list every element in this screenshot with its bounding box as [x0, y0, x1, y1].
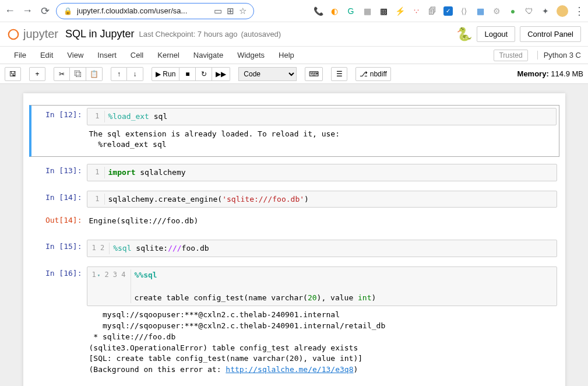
code-input[interactable]: 1 2 %sql sqlite:///foo.db	[87, 240, 557, 257]
jupyter-logo-icon	[7, 28, 20, 41]
ext-icon-7[interactable]: ⸪	[411, 6, 421, 16]
keyboard-icon: ⌨	[309, 70, 319, 78]
paste-button[interactable]: 📋	[86, 67, 103, 81]
memory-indicator: Memory: 114.9 MB	[517, 69, 583, 78]
cut-icon: ✂	[59, 70, 65, 78]
list-button[interactable]: ☰	[331, 67, 347, 81]
kernel-name[interactable]: Python 3 C	[537, 51, 581, 59]
autosaved-text: (autosaved)	[241, 30, 281, 38]
url-text: jupyter.f.cloudxlab.com/user/sa...	[77, 6, 209, 15]
save-icon: 🖫	[9, 70, 16, 78]
input-prompt: In [14]:	[31, 191, 87, 208]
extension-icons: 📞 ◐ G ▦ ▩ ⚡ ⸪ 🗐 ✓ ⟨⟩ ▦ ⚙ ● 🛡 ✦ ⋮	[313, 5, 585, 17]
menu-view[interactable]: View	[60, 48, 90, 62]
move-up-button[interactable]: ↑	[111, 67, 127, 81]
install-icon[interactable]: ⊞	[227, 6, 234, 16]
cell-13[interactable]: In [13]: 1 import sqlalchemy	[29, 162, 559, 184]
cut-button[interactable]: ✂	[54, 67, 70, 81]
copy-button[interactable]: ⿻	[70, 67, 86, 81]
ext-icon-4[interactable]: ▦	[362, 6, 372, 16]
ext-icon-14[interactable]: 🛡	[524, 6, 534, 16]
arrow-down-icon: ↓	[133, 70, 137, 78]
address-bar[interactable]: 🔒 jupyter.f.cloudxlab.com/user/sa... ▭ ⊞…	[56, 3, 254, 19]
menu-help[interactable]: Help	[272, 48, 301, 62]
cell-16[interactable]: In [16]: 1▾ 2 3 4 %%sql create table con…	[29, 264, 559, 382]
code-input[interactable]: 1 sqlalchemy.create_engine('sqlite:///fo…	[87, 191, 557, 208]
code-input[interactable]: 1▾ 2 3 4 %%sql create table config_test(…	[87, 266, 557, 307]
cell-12[interactable]: In [12]: 1 %load_ext sql The sql extensi…	[29, 105, 559, 157]
menu-file[interactable]: File	[7, 48, 33, 62]
ext-icon-12[interactable]: ⚙	[491, 6, 502, 16]
notebook-title[interactable]: SQL in Jupyter	[65, 28, 134, 40]
notebook: In [12]: 1 %load_ext sql The sql extensi…	[23, 93, 565, 386]
restart-run-all-button[interactable]: ▶▶	[212, 67, 230, 81]
stop-icon: ■	[185, 70, 189, 78]
ext-icon-5[interactable]: ▩	[378, 6, 389, 16]
ext-icon-13[interactable]: ●	[508, 6, 518, 16]
list-icon: ☰	[336, 70, 343, 78]
output-prompt: Out[14]:	[31, 213, 87, 230]
jupyter-logo[interactable]: jupyter	[7, 27, 58, 41]
code-input[interactable]: 1 import sqlalchemy	[87, 164, 557, 181]
menu-edit[interactable]: Edit	[33, 48, 60, 62]
svg-point-0	[9, 29, 19, 39]
menu-insert[interactable]: Insert	[90, 48, 124, 62]
trusted-indicator[interactable]: Trusted	[494, 50, 527, 61]
extensions-puzzle-icon[interactable]: ✦	[540, 6, 551, 16]
line-gutter: 1	[87, 167, 105, 178]
lock-icon: 🔒	[64, 7, 72, 15]
control-panel-button[interactable]: Control Panel	[520, 26, 581, 42]
restart-icon: ↻	[201, 70, 207, 78]
star-icon[interactable]: ☆	[239, 6, 247, 16]
ext-icon-10[interactable]: ⟨⟩	[459, 6, 469, 16]
restart-button[interactable]: ↻	[196, 67, 212, 81]
ext-icon-8[interactable]: 🗐	[427, 6, 438, 16]
ext-icon-2[interactable]: ◐	[329, 6, 340, 16]
move-down-button[interactable]: ↓	[127, 67, 143, 81]
cell-output: mysql://sqoopuser:***@cxln2.c.thelab-240…	[87, 306, 557, 379]
ext-icon-11[interactable]: ▦	[475, 6, 485, 16]
error-link[interactable]: http://sqlalche.me/e/13/e3q8	[226, 365, 353, 374]
interrupt-button[interactable]: ■	[179, 67, 196, 81]
jupyter-header: jupyter SQL in Jupyter Last Checkpoint: …	[0, 22, 588, 47]
paste-icon: 📋	[90, 70, 98, 78]
ext-icon-1[interactable]: 📞	[313, 6, 323, 16]
nbdiff-button[interactable]: ⎇ nbdiff	[355, 67, 390, 81]
ext-icon-9[interactable]: ✓	[443, 6, 453, 16]
insert-cell-button[interactable]: +	[29, 67, 45, 81]
reader-icon[interactable]: ▭	[214, 6, 222, 16]
chrome-menu-icon[interactable]: ⋮	[574, 5, 585, 17]
command-palette-button[interactable]: ⌨	[305, 67, 323, 81]
notebook-container: In [12]: 1 %load_ext sql The sql extensi…	[0, 84, 588, 386]
profile-avatar[interactable]	[557, 5, 568, 17]
menu-widgets[interactable]: Widgets	[230, 48, 272, 62]
ext-icon-6[interactable]: ⚡	[395, 6, 405, 16]
cell-15[interactable]: In [15]: 1 2 %sql sqlite:///foo.db	[29, 237, 559, 259]
input-prompt: In [15]:	[31, 240, 87, 257]
cell-output: The sql extension is already loaded. To …	[87, 125, 557, 155]
line-gutter: 1▾ 2 3 4	[87, 269, 131, 304]
cell-14-output: Out[14]: Engine(sqlite:///foo.db)	[29, 211, 559, 233]
menu-cell[interactable]: Cell	[124, 48, 150, 62]
line-gutter: 1	[87, 194, 105, 205]
copy-icon: ⿻	[75, 70, 82, 78]
code-input[interactable]: 1 %load_ext sql	[87, 108, 557, 125]
line-gutter: 1 2	[87, 243, 110, 254]
logout-button[interactable]: Logout	[477, 26, 515, 42]
menu-navigate[interactable]: Navigate	[186, 48, 230, 62]
input-prompt: In [16]:	[31, 266, 87, 380]
jupyter-logo-text: jupyter	[23, 27, 58, 41]
fold-arrow-icon[interactable]: ▾	[97, 272, 100, 278]
back-button[interactable]: ←	[3, 5, 16, 17]
celltype-select[interactable]: Code	[238, 67, 297, 81]
cell-14[interactable]: In [14]: 1 sqlalchemy.create_engine('sql…	[29, 188, 559, 210]
menu-kernel[interactable]: Kernel	[150, 48, 186, 62]
run-button[interactable]: ▶ Run	[152, 67, 179, 81]
reload-button[interactable]: ⟳	[38, 5, 51, 17]
plus-icon: +	[35, 70, 39, 78]
git-icon: ⎇	[360, 70, 368, 78]
forward-button[interactable]: →	[21, 5, 34, 17]
save-button[interactable]: 🖫	[5, 67, 21, 81]
fast-forward-icon: ▶▶	[216, 70, 226, 78]
ext-icon-3[interactable]: G	[346, 6, 356, 16]
